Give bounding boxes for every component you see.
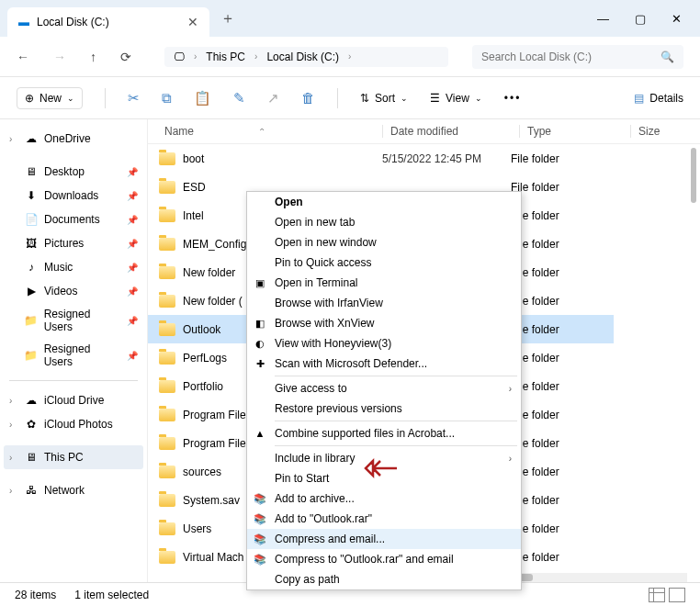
view-button[interactable]: ☰ View ⌄: [430, 92, 482, 105]
sidebar-item-onedrive[interactable]: ›☁OneDrive: [4, 127, 143, 151]
context-menu-item[interactable]: Copy as path: [247, 569, 521, 589]
sidebar-label: Downloads: [44, 189, 98, 202]
chevron-down-icon: ⌄: [67, 94, 74, 103]
context-menu-item[interactable]: Open: [247, 192, 521, 212]
sort-button[interactable]: ⇅ Sort ⌄: [360, 92, 408, 105]
sidebar-item-music[interactable]: ♪Music📌: [4, 255, 143, 279]
sidebar-item-documents[interactable]: 📄Documents📌: [4, 208, 143, 231]
file-name: sources: [183, 466, 221, 478]
column-header-name[interactable]: Name ⌃: [148, 125, 382, 138]
context-menu-item[interactable]: Give access to›: [247, 378, 521, 398]
chevron-right-icon: ›: [194, 51, 197, 62]
maximize-button[interactable]: ▢: [635, 12, 646, 26]
active-tab[interactable]: ▬ Local Disk (C:) ✕: [7, 7, 209, 37]
up-button[interactable]: ↑: [90, 50, 96, 64]
vertical-scrollbar[interactable]: [691, 144, 698, 495]
search-box[interactable]: 🔍: [472, 45, 683, 69]
thumbnails-view-icon[interactable]: [669, 588, 685, 602]
context-menu-item[interactable]: 📚Add to "Outlook.rar": [247, 509, 521, 529]
breadcrumb-item[interactable]: This PC: [206, 50, 245, 63]
sidebar-item-downloads[interactable]: ⬇Downloads📌: [4, 184, 143, 208]
sidebar-item-resigned-users[interactable]: 📁Resigned Users📌: [4, 338, 143, 373]
item-count: 28 items: [15, 589, 56, 601]
col-name-label: Name: [164, 125, 194, 138]
rename-icon[interactable]: ✎: [233, 90, 245, 107]
chevron-right-icon: ›: [254, 51, 257, 62]
context-menu-item[interactable]: ◧Browse with XnView: [247, 313, 521, 333]
new-button[interactable]: ⊕ New ⌄: [17, 87, 83, 109]
file-type: File folder: [511, 144, 614, 173]
context-menu-item[interactable]: Browse with IrfanView: [247, 293, 521, 313]
copy-icon[interactable]: ⧉: [162, 90, 172, 107]
sidebar-label: Network: [44, 484, 85, 497]
paste-icon[interactable]: 📋: [194, 90, 211, 107]
folder-icon: [159, 380, 175, 393]
close-button[interactable]: ✕: [672, 12, 682, 26]
column-header-size[interactable]: Size: [638, 125, 700, 138]
details-view-icon[interactable]: [649, 588, 665, 602]
back-button[interactable]: ←: [17, 50, 29, 64]
context-menu-item[interactable]: Pin to Quick access: [247, 252, 521, 273]
breadcrumb-item[interactable]: Local Disk (C:): [266, 50, 339, 63]
folder-icon: [159, 409, 175, 421]
file-name: New folder: [183, 266, 235, 279]
column-header-date[interactable]: Date modified: [390, 125, 519, 138]
delete-icon[interactable]: 🗑: [301, 90, 315, 106]
file-type: File folder: [511, 400, 614, 429]
context-menu-item[interactable]: Restore previous versions: [247, 398, 521, 419]
sidebar-label: Desktop: [44, 165, 85, 178]
context-menu-label: Include in library: [275, 452, 355, 465]
document-icon: 📄: [24, 212, 39, 227]
context-menu-item[interactable]: Open in new window: [247, 232, 521, 252]
cut-icon[interactable]: ✂: [128, 90, 140, 107]
context-menu-item[interactable]: 📚Compress to "Outlook.rar" and email: [247, 549, 521, 569]
disk-icon: ▬: [18, 16, 29, 28]
chevron-down-icon: ⌄: [475, 94, 482, 103]
context-menu-label: Add to archive...: [275, 492, 355, 505]
new-tab-button[interactable]: ＋: [220, 9, 235, 28]
context-menu-item[interactable]: ◐View with Honeyview(3): [247, 333, 521, 354]
context-menu-item[interactable]: 📚Add to archive...: [247, 488, 521, 509]
search-input[interactable]: [481, 50, 655, 63]
share-icon[interactable]: ↗: [267, 90, 279, 107]
file-type: File folder: [511, 514, 614, 543]
sidebar-item-pictures[interactable]: 🖼Pictures📌: [4, 231, 143, 255]
context-menu-item[interactable]: 📚Compress and email...: [247, 529, 521, 549]
network-icon: 🖧: [24, 483, 39, 498]
sidebar-item-videos[interactable]: ▶Videos📌: [4, 279, 143, 303]
sidebar-item-desktop[interactable]: 🖥Desktop📌: [4, 160, 143, 184]
file-type: File folder: [511, 286, 614, 315]
terminal-icon: ▣: [253, 275, 267, 290]
context-menu-item[interactable]: Open in new tab: [247, 212, 521, 232]
address-bar[interactable]: 🖵 › This PC › Local Disk (C:) ›: [164, 47, 448, 67]
context-menu-item[interactable]: ✚Scan with Microsoft Defender...: [247, 354, 521, 374]
context-menu-item[interactable]: ▲Combine supported files in Acrobat...: [247, 423, 521, 443]
context-menu-label: Pin to Start: [275, 472, 329, 485]
context-menu-label: Restore previous versions: [275, 402, 402, 415]
details-button[interactable]: ▤ Details: [634, 92, 683, 105]
sidebar-item-resigned-users[interactable]: 📁Resigned Users📌: [4, 303, 143, 338]
file-name: Program File: [183, 437, 246, 450]
sidebar-item-icloud-drive[interactable]: ›☁iCloud Drive: [4, 388, 143, 412]
minimize-button[interactable]: —: [597, 12, 609, 26]
context-menu-label: Combine supported files in Acrobat...: [275, 427, 455, 440]
sidebar-item-this-pc[interactable]: ›🖥This PC: [4, 445, 143, 469]
column-resize[interactable]: [519, 125, 520, 138]
sidebar-label: Music: [44, 261, 73, 274]
more-button[interactable]: •••: [504, 92, 522, 105]
sort-indicator-icon: ⌃: [258, 127, 265, 137]
file-row[interactable]: boot5/15/2022 12:45 PMFile folder: [148, 144, 700, 173]
column-resize[interactable]: [630, 125, 631, 138]
forward-button[interactable]: →: [53, 50, 66, 64]
sidebar-item-icloud-photos[interactable]: ›✿iCloud Photos: [4, 412, 143, 436]
context-menu-item[interactable]: ▣Open in Terminal: [247, 273, 521, 293]
column-resize[interactable]: [382, 125, 383, 138]
tab-close-button[interactable]: ✕: [187, 15, 198, 29]
context-menu-label: Pin to Quick access: [275, 256, 371, 269]
column-header-type[interactable]: Type: [527, 125, 630, 138]
sidebar-item-network[interactable]: ›🖧Network: [4, 478, 143, 502]
icloud-icon: ☁: [24, 393, 39, 408]
divider: [105, 88, 106, 108]
refresh-button[interactable]: ⟳: [120, 50, 131, 64]
submenu-arrow-icon: ›: [509, 384, 512, 394]
